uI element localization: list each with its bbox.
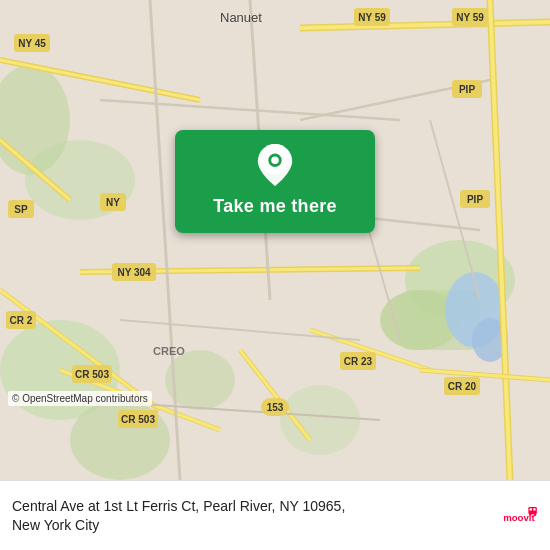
map-container: NY 45 NY 59 NY 59 PIP PIP SP NY NY 304 C… bbox=[0, 0, 550, 480]
svg-rect-77 bbox=[533, 508, 535, 510]
svg-text:NY 59: NY 59 bbox=[358, 12, 386, 23]
cta-label: Take me there bbox=[213, 196, 337, 217]
svg-text:NY 304: NY 304 bbox=[117, 267, 151, 278]
moovit-logo: moovit bbox=[502, 498, 538, 534]
svg-rect-75 bbox=[528, 507, 536, 514]
address-city: New York City bbox=[12, 517, 99, 533]
svg-text:Nanuet: Nanuet bbox=[220, 10, 262, 25]
svg-point-73 bbox=[271, 156, 279, 164]
svg-point-78 bbox=[529, 513, 531, 515]
svg-text:CR 2: CR 2 bbox=[10, 315, 33, 326]
svg-text:NY 45: NY 45 bbox=[18, 38, 46, 49]
svg-text:153: 153 bbox=[267, 402, 284, 413]
location-pin-icon bbox=[257, 144, 293, 186]
svg-text:CR 503: CR 503 bbox=[121, 414, 155, 425]
address-line1: Central Ave at 1st Lt Ferris Ct, Pearl R… bbox=[12, 498, 345, 514]
footer-address: Central Ave at 1st Lt Ferris Ct, Pearl R… bbox=[12, 497, 502, 533]
svg-text:SP: SP bbox=[14, 204, 28, 215]
footer: Central Ave at 1st Lt Ferris Ct, Pearl R… bbox=[0, 480, 550, 550]
svg-point-79 bbox=[534, 513, 536, 515]
svg-rect-76 bbox=[530, 508, 532, 510]
svg-text:CREO: CREO bbox=[153, 345, 185, 357]
svg-text:PIP: PIP bbox=[459, 84, 475, 95]
svg-text:NY: NY bbox=[106, 197, 120, 208]
osm-credit: © OpenStreetMap contributors bbox=[8, 391, 152, 406]
svg-text:CR 23: CR 23 bbox=[344, 356, 373, 367]
svg-text:CR 503: CR 503 bbox=[75, 369, 109, 380]
svg-text:PIP: PIP bbox=[467, 194, 483, 205]
moovit-logo-icon: moovit bbox=[502, 498, 538, 534]
svg-text:CR 20: CR 20 bbox=[448, 381, 477, 392]
svg-text:NY 59: NY 59 bbox=[456, 12, 484, 23]
cta-button[interactable]: Take me there bbox=[175, 130, 375, 233]
